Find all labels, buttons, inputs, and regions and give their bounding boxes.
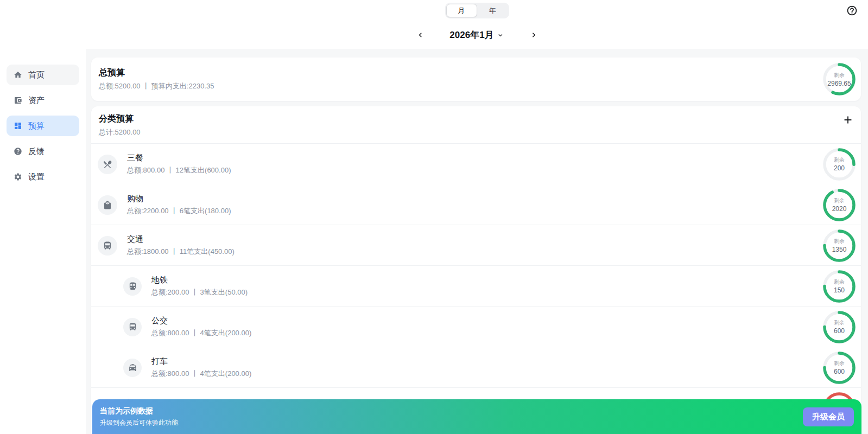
chevron-down-icon [497, 31, 504, 39]
total-budget-subtitle: 总额:5200.00 丨 预算内支出:2230.35 [99, 81, 214, 91]
main-content: 总预算 总额:5200.00 丨 预算内支出:2230.35 剩余 2969.6… [86, 49, 868, 434]
budget-row-title: 购物 [127, 194, 822, 204]
demo-banner-text: 当前为示例数据 升级到会员后可体验此功能 [100, 406, 178, 427]
budget-row[interactable]: 地铁 总额:200.00 丨 3笔支出(50.00) 剩余 150 [91, 266, 861, 307]
ring-label: 剩余 [834, 197, 845, 205]
budget-row-list: 三餐 总额:800.00 丨 12笔支出(600.00) 剩余 200 购物 总… [91, 144, 861, 429]
bag-icon [103, 200, 112, 210]
add-budget-button[interactable] [842, 114, 854, 126]
ring-label: 剩余 [834, 72, 845, 79]
ring-value: 1350 [832, 246, 847, 253]
ring-value: 2969.65 [827, 80, 851, 87]
current-period-label: 2026年1月 [449, 29, 493, 41]
taxi-icon [128, 363, 137, 372]
budget-row[interactable]: 三餐 总额:800.00 丨 12笔支出(600.00) 剩余 200 [91, 144, 861, 184]
ring-label: 剩余 [834, 238, 845, 245]
ring-label: 剩余 [834, 278, 845, 286]
budget-ring: 剩余 600 [822, 351, 856, 385]
budget-row-subtitle: 总额:800.00 丨 4笔支出(200.00) [151, 369, 822, 379]
budget-row-title: 打车 [151, 356, 822, 367]
budget-row-title: 三餐 [127, 153, 822, 163]
chevron-right-icon [529, 30, 538, 40]
category-card-subtitle: 总计:5200.00 [99, 127, 853, 137]
budget-ring: 剩余 200 [822, 148, 856, 181]
category-card-title: 分类预算 [99, 113, 853, 125]
ring-value: 600 [834, 327, 845, 335]
wallet-icon [14, 96, 22, 105]
help-circle-icon [846, 5, 858, 16]
category-icon [123, 277, 142, 296]
help-icon [14, 147, 22, 156]
budget-row-subtitle: 总额:200.00 丨 3笔支出(50.00) [151, 288, 822, 297]
budget-row-subtitle: 总额:2200.00 丨 6笔支出(180.00) [127, 206, 822, 216]
budget-row-title: 公交 [151, 316, 822, 326]
budget-ring: 剩余 150 [822, 270, 856, 303]
sidebar-item-label: 资产 [28, 95, 45, 106]
sidebar-item-assets[interactable]: 资产 [7, 90, 79, 111]
next-period-button[interactable] [528, 29, 540, 41]
toggle-year[interactable]: 年 [477, 4, 508, 17]
bus-icon [103, 241, 112, 251]
sidebar-item-feedback[interactable]: 反馈 [7, 141, 79, 162]
category-icon [98, 236, 117, 256]
upgrade-button[interactable]: 升级会员 [803, 407, 854, 426]
home-icon [14, 71, 22, 79]
category-budget-card: 分类预算 总计:5200.00 三餐 总额:800.00 丨 12笔支出(600… [91, 106, 861, 434]
date-navigator: 2026年1月 [414, 29, 539, 41]
ring-label: 剩余 [834, 360, 845, 367]
ring-label: 剩余 [834, 156, 845, 164]
total-budget-info: 总预算 总额:5200.00 丨 预算内支出:2230.35 [99, 67, 214, 91]
sidebar-item-budget[interactable]: 预算 [7, 116, 79, 136]
total-budget-title: 总预算 [99, 67, 214, 79]
ring-value: 600 [834, 368, 845, 375]
train-icon [128, 282, 137, 291]
category-icon [98, 155, 117, 174]
sidebar-item-label: 反馈 [28, 146, 45, 157]
current-period-dropdown[interactable]: 2026年1月 [449, 29, 504, 41]
ring-value: 2020 [832, 205, 847, 213]
category-icon [123, 359, 142, 377]
chevron-left-icon [415, 30, 425, 40]
demo-banner-subtitle: 升级到会员后可体验此功能 [100, 418, 178, 427]
budget-row-title: 交通 [127, 234, 822, 245]
category-icon [123, 318, 142, 336]
sidebar-item-label: 预算 [28, 121, 45, 131]
total-budget-ring: 剩余 2969.65 [822, 62, 856, 96]
gear-icon [14, 173, 22, 181]
grid-icon [14, 122, 22, 130]
sidebar-item-settings[interactable]: 设置 [7, 167, 79, 187]
budget-row-subtitle: 总额:800.00 丨 4笔支出(200.00) [151, 328, 822, 338]
budget-ring: 剩余 2020 [822, 188, 856, 222]
budget-row[interactable]: 打车 总额:800.00 丨 4笔支出(200.00) 剩余 600 [91, 347, 861, 388]
category-card-header: 分类预算 总计:5200.00 [91, 106, 861, 144]
ring-label: 剩余 [834, 319, 845, 327]
category-icon [98, 195, 117, 215]
budget-ring: 剩余 1350 [822, 229, 856, 263]
topbar: 月 年 2026年1月 [86, 0, 868, 49]
period-toggle[interactable]: 月 年 [445, 3, 509, 18]
plus-icon [842, 114, 854, 126]
budget-row[interactable]: 公交 总额:800.00 丨 4笔支出(200.00) 剩余 600 [91, 307, 861, 347]
bus-icon [128, 322, 137, 331]
budget-row-title: 地铁 [151, 275, 822, 285]
sidebar: 首页资产预算反馈设置 [0, 0, 86, 434]
ring-value: 200 [834, 164, 845, 172]
budget-row[interactable]: 交通 总额:1800.00 丨 11笔支出(450.00) 剩余 1350 [91, 225, 861, 266]
budget-row[interactable]: 购物 总额:2200.00 丨 6笔支出(180.00) 剩余 2020 [91, 184, 861, 225]
budget-row-subtitle: 总额:1800.00 丨 11笔支出(450.00) [127, 247, 822, 257]
total-budget-card: 总预算 总额:5200.00 丨 预算内支出:2230.35 剩余 2969.6… [91, 58, 861, 101]
budget-ring: 剩余 600 [822, 310, 856, 344]
budget-row-subtitle: 总额:800.00 丨 12笔支出(600.00) [127, 165, 822, 175]
toggle-month[interactable]: 月 [446, 4, 477, 17]
help-button[interactable] [846, 5, 858, 16]
restaurant-icon [103, 159, 112, 169]
sidebar-item-label: 设置 [28, 172, 45, 182]
demo-banner: 当前为示例数据 升级到会员后可体验此功能 升级会员 [92, 399, 861, 434]
sidebar-item-label: 首页 [28, 70, 45, 80]
prev-period-button[interactable] [414, 29, 426, 41]
sidebar-item-home[interactable]: 首页 [7, 65, 79, 85]
ring-value: 150 [834, 286, 845, 294]
demo-banner-title: 当前为示例数据 [100, 406, 178, 416]
